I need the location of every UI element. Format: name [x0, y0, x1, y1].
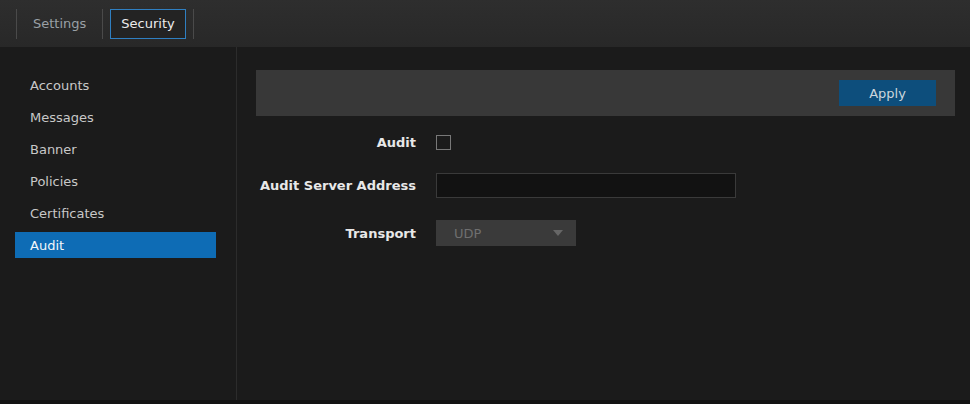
sidebar-item-messages[interactable]: Messages	[15, 104, 216, 130]
transport-select-value: UDP	[454, 226, 481, 241]
sidebar-item-policies[interactable]: Policies	[15, 168, 216, 194]
audit-checkbox-label: Audit	[237, 135, 416, 150]
tab-security[interactable]: Security	[110, 9, 185, 39]
tab-separator	[193, 9, 194, 39]
security-sidebar: Accounts Messages Banner Policies Certif…	[0, 47, 237, 404]
server-address-row: Audit Server Address	[237, 173, 970, 198]
bottom-edge-strip	[0, 400, 970, 404]
tab-separator	[102, 9, 103, 39]
audit-enable-row: Audit	[237, 135, 970, 150]
tab-settings[interactable]: Settings	[17, 9, 102, 39]
server-address-label: Audit Server Address	[237, 178, 416, 193]
chevron-down-icon	[553, 230, 563, 236]
app-window: Settings Security Accounts Messages Bann…	[0, 0, 970, 404]
transport-label: Transport	[237, 226, 416, 241]
audit-form: Audit Audit Server Address Transport	[237, 135, 970, 246]
top-tab-bar: Settings Security	[0, 0, 970, 47]
transport-select[interactable]: UDP	[436, 220, 576, 246]
audit-checkbox[interactable]	[436, 135, 451, 150]
sidebar-item-certificates[interactable]: Certificates	[15, 200, 216, 226]
sidebar-item-audit[interactable]: Audit	[15, 232, 216, 258]
audit-server-address-input[interactable]	[436, 173, 736, 198]
sidebar-item-accounts[interactable]: Accounts	[15, 72, 216, 98]
page-body: Accounts Messages Banner Policies Certif…	[0, 47, 970, 404]
action-toolbar: Apply	[256, 70, 955, 116]
audit-panel: Apply Audit Audit Server Address Tran	[237, 47, 970, 404]
apply-button[interactable]: Apply	[839, 80, 936, 106]
sidebar-item-banner[interactable]: Banner	[15, 136, 216, 162]
transport-row: Transport UDP	[237, 220, 970, 246]
